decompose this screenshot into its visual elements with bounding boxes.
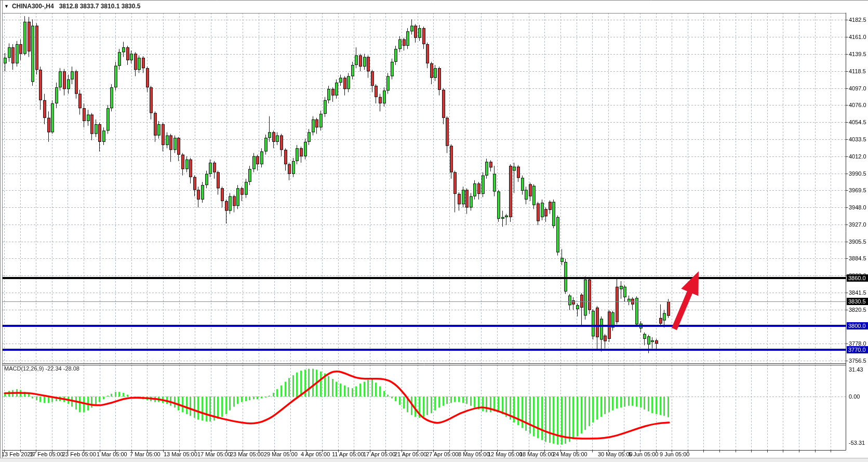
price-tick-label: 4182.5: [849, 17, 866, 23]
date-tick-label: 17 Mar 05:00: [197, 451, 231, 458]
date-tick-label: 27 Apr 05:00: [426, 451, 458, 458]
price-tick-label: 3884.5: [849, 255, 866, 262]
date-tick-label: 13 Mar 05:00: [164, 451, 197, 458]
date-tick-label: 7 Mar 05:00: [130, 451, 161, 458]
chart-window: ▼ CHINA300-,H4 3812.8 3833.7 3810.1 3830…: [0, 0, 868, 462]
symbol-dropdown-icon[interactable]: ▼: [4, 4, 9, 9]
date-tick-label: 29 Mar 05:00: [264, 451, 298, 458]
chart-title: ▼ CHINA300-,H4 3812.8 3833.7 3810.1 3830…: [4, 2, 140, 11]
price-tick-label: 4054.5: [849, 119, 866, 126]
date-tick-label: 5 Jun 05:00: [629, 451, 659, 458]
price-level-badge: 3800.0: [847, 322, 868, 329]
date-tick-label: 8 May 05:00: [458, 451, 490, 458]
date-tick-label: 1 Mar 05:00: [97, 451, 127, 458]
price-tick-label: 3841.5: [849, 289, 866, 296]
date-tick-label: 30 May 05:00: [598, 451, 633, 458]
price-tick-label: 3756.5: [849, 358, 866, 364]
price-level-badge: 3860.0: [847, 274, 868, 282]
date-tick-label: 12 May 05:00: [488, 451, 523, 458]
date-tick-label: 17 Apr 05:00: [363, 451, 395, 458]
price-tick-label: 3948.0: [849, 204, 866, 211]
price-tick-label: 3820.5: [849, 307, 866, 313]
symbol-period-label: CHINA300-,H4: [12, 3, 54, 10]
price-tick-label: 4139.5: [849, 51, 866, 58]
date-tick-label: 21 Apr 05:00: [394, 451, 426, 458]
date-tick-label: 17 Feb 05:00: [30, 451, 63, 458]
price-tick-label: 4033.5: [849, 136, 866, 143]
price-tick-label: 4161.0: [849, 34, 866, 41]
price-tick-label: 4097.0: [849, 85, 866, 92]
macd-scale-label: 31.43: [849, 366, 863, 373]
date-tick-label: 23 Feb 05:00: [62, 451, 96, 458]
date-tick-label: 24 May 05:00: [553, 451, 587, 458]
price-tick-label: 3927.0: [849, 221, 866, 228]
date-tick-label: 18 May 05:00: [519, 451, 554, 458]
price-tick-label: 4012.0: [849, 153, 866, 160]
macd-scale-label: 0.00: [849, 393, 860, 400]
date-tick-label: 13 Feb 2023: [2, 451, 34, 458]
date-tick-label: 4 Apr 05:00: [301, 451, 330, 458]
date-tick-label: 9 Jun 05:00: [660, 451, 690, 458]
price-tick-label: 4076.0: [849, 102, 866, 109]
price-tick-label: 3990.5: [849, 170, 866, 177]
ohlc-quote-label: 3812.8 3833.7 3810.1 3830.5: [59, 3, 141, 10]
price-level-badge: 3770.0: [847, 346, 868, 353]
macd-indicator-label: MACD(12,26,9) -22.34 -28.08: [4, 365, 79, 372]
date-tick-label: 23 Mar 05:00: [230, 451, 264, 458]
price-tick-label: 4118.5: [849, 68, 866, 75]
chart-canvas[interactable]: [0, 0, 868, 462]
price-level-badge: 3830.5: [847, 298, 868, 305]
macd-scale-label: -53.31: [849, 440, 865, 446]
price-tick-label: 3905.5: [849, 239, 866, 245]
date-tick-label: 11 Apr 05:00: [332, 451, 364, 458]
price-tick-label: 3969.5: [849, 187, 866, 194]
